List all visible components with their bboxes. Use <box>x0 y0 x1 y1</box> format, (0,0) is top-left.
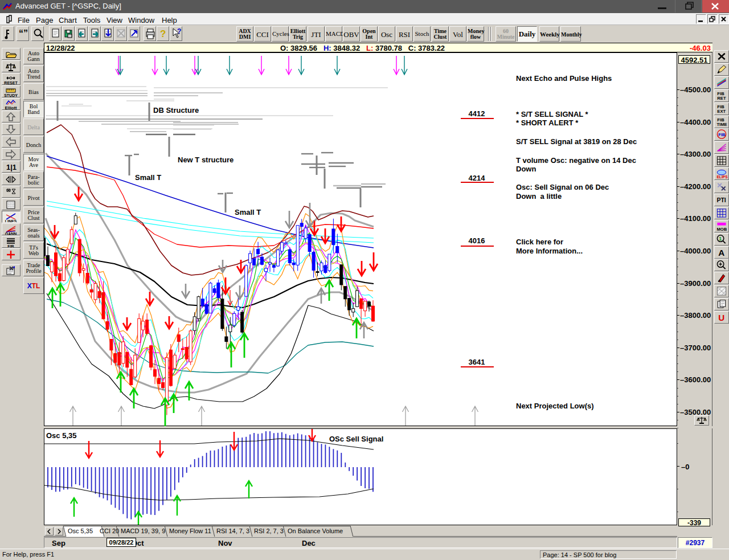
svg-text:Down a little: Down a little <box>516 192 562 201</box>
svg-text:?: ? <box>160 28 166 39</box>
svg-text:S/T SELL Signal at 3819 on 28: S/T SELL Signal at 3819 on 28 Dec <box>516 137 637 146</box>
svg-text:STUDY: STUDY <box>4 93 18 97</box>
svg-text:* SHORT ALERT *: * SHORT ALERT * <box>516 118 579 127</box>
svg-text:Next Projected Low(s): Next Projected Low(s) <box>516 402 594 410</box>
svg-text:RESET: RESET <box>4 81 18 85</box>
svg-text:4016: 4016 <box>469 236 485 245</box>
svg-text:More Information...: More Information... <box>516 247 583 255</box>
svg-text:OSc Sell Signal: OSc Sell Signal <box>329 435 383 443</box>
svg-text:Small T: Small T <box>135 173 161 182</box>
svg-text:PTI: PTI <box>716 197 726 203</box>
svg-text:U: U <box>718 313 724 322</box>
svg-text:1: 1 <box>719 236 722 242</box>
svg-text:4412: 4412 <box>469 109 485 118</box>
svg-text:1|1: 1|1 <box>6 163 17 171</box>
svg-text:FIB: FIB <box>718 133 726 138</box>
svg-text:FIB: FIB <box>7 244 14 248</box>
svg-text:Osc 5,35: Osc 5,35 <box>46 431 77 440</box>
svg-text:DB Structure: DB Structure <box>153 106 199 115</box>
svg-text:“”: “” <box>19 28 28 38</box>
svg-text:Small T: Small T <box>235 208 261 216</box>
svg-text:MOB: MOB <box>716 227 727 232</box>
svg-text:A: A <box>718 248 724 257</box>
svg-text:4214: 4214 <box>469 174 486 182</box>
svg-text:ELIPS: ELIPS <box>716 175 728 179</box>
svg-text:EXT: EXT <box>717 109 726 114</box>
svg-text:T volume Osc: negative on 14 D: T volume Osc: negative on 14 Dec <box>516 156 636 165</box>
svg-text:3641: 3641 <box>469 358 485 366</box>
svg-text:?: ? <box>177 27 181 35</box>
svg-text:TIME: TIME <box>716 122 727 127</box>
svg-text:LINES: LINES <box>5 219 17 223</box>
svg-text:Osc: Sell Signal on 06 Dec: Osc: Sell Signal on 06 Dec <box>516 183 609 191</box>
svg-text:New T structure: New T structure <box>178 156 234 164</box>
svg-text:Down: Down <box>516 165 536 173</box>
svg-text:Elliott: Elliott <box>5 105 17 110</box>
svg-text:* S/T SELL SIGNAL *: * S/T SELL SIGNAL * <box>516 110 589 118</box>
svg-text:Next Echo and Pulse Highs: Next Echo and Pulse Highs <box>516 74 612 83</box>
svg-text:GANN: GANN <box>5 232 17 235</box>
svg-text:Click here for: Click here for <box>516 238 563 246</box>
svg-text:RET: RET <box>717 96 726 101</box>
